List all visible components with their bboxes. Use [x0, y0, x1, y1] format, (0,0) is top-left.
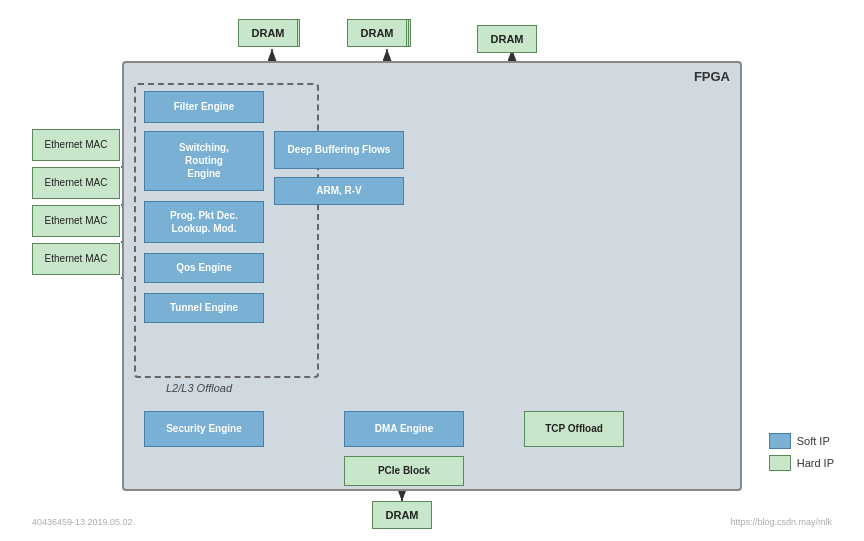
- security-engine-block: Security Engine: [144, 411, 264, 447]
- legend-soft-ip-box: [769, 433, 791, 449]
- main-container: FPGA L2/L3 Offload Filter Engine Switchi…: [0, 0, 864, 541]
- dram-bottom: DRAM: [372, 501, 432, 529]
- tunnel-engine-block: Tunnel Engine: [144, 293, 264, 323]
- arm-rv-block: ARM, R-V: [274, 177, 404, 205]
- tcp-offload-block: TCP Offload: [524, 411, 624, 447]
- prog-pkt-block: Prog. Pkt Dec. Lookup. Mod.: [144, 201, 264, 243]
- legend-hard-ip: Hard IP: [769, 455, 834, 471]
- legend-soft-ip: Soft IP: [769, 433, 834, 449]
- legend-hard-ip-box: [769, 455, 791, 471]
- diagram-wrapper: FPGA L2/L3 Offload Filter Engine Switchi…: [22, 11, 842, 531]
- watermark: https://blog.csdn.may/mlk: [730, 517, 832, 527]
- dma-engine-block: DMA Engine: [344, 411, 464, 447]
- switching-routing-block: Switching, Routing Engine: [144, 131, 264, 191]
- ethernet-mac-4: Ethernet MAC: [32, 243, 120, 275]
- pcie-block: PCIe Block: [344, 456, 464, 486]
- ethernet-mac-3: Ethernet MAC: [32, 205, 120, 237]
- legend-hard-ip-label: Hard IP: [797, 457, 834, 469]
- qos-engine-block: Qos Engine: [144, 253, 264, 283]
- dram-stack-1: DRAM DRAM: [236, 19, 296, 75]
- ethernet-mac-1: Ethernet MAC: [32, 129, 120, 161]
- dram-stack-2: DRAM DRAM DRAM: [347, 19, 407, 103]
- fpga-box: FPGA L2/L3 Offload Filter Engine Switchi…: [122, 61, 742, 491]
- filter-engine-block: Filter Engine: [144, 91, 264, 123]
- legend: Soft IP Hard IP: [769, 433, 834, 471]
- ethernet-mac-2: Ethernet MAC: [32, 167, 120, 199]
- fpga-label: FPGA: [694, 69, 730, 84]
- l2l3-label: L2/L3 Offload: [166, 382, 232, 394]
- source-id: 40436459-13.2019.05.02: [32, 517, 133, 527]
- deep-buffering-block: Deep Buffering Flows: [274, 131, 404, 169]
- legend-soft-ip-label: Soft IP: [797, 435, 830, 447]
- dram-top-right: DRAM: [477, 25, 537, 53]
